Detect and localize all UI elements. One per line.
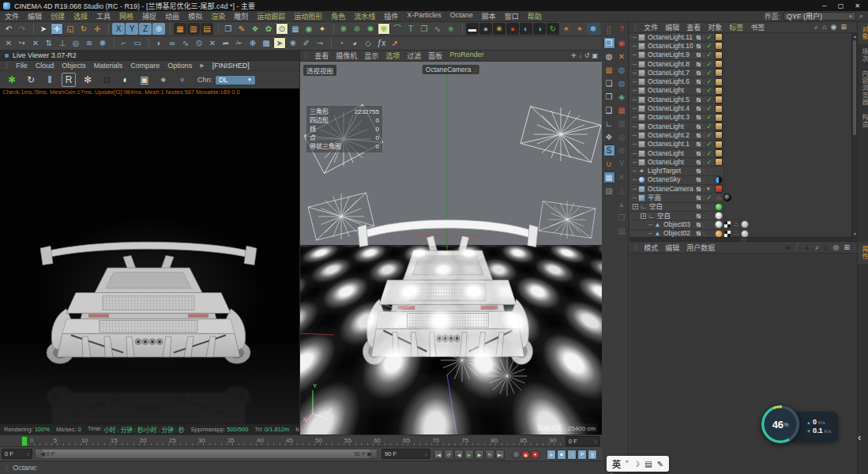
viewport-menu-item-3[interactable]: 选项 bbox=[385, 51, 400, 61]
text-tool-button[interactable]: T bbox=[404, 23, 417, 35]
layer-icon[interactable] bbox=[696, 168, 701, 174]
zoom-view-icon[interactable]: ↓ bbox=[579, 52, 582, 59]
enabled-check-icon[interactable]: ✓ bbox=[706, 86, 712, 95]
ime-moon-icon[interactable]: ☽ bbox=[633, 460, 640, 468]
visibility-toggles[interactable]: :✕ bbox=[696, 185, 710, 194]
grayball-tag-icon[interactable] bbox=[741, 230, 749, 237]
layer-icon[interactable] bbox=[696, 79, 701, 85]
channel-dropdown[interactable]: DL ▼ bbox=[215, 75, 256, 85]
viewport-solo-button[interactable]: ✥ bbox=[603, 131, 615, 143]
menu-item-20[interactable]: 帮助 bbox=[528, 11, 542, 21]
mesh-tool-17[interactable]: ✁ bbox=[233, 37, 246, 49]
object-row-17[interactable]: OctaneCamera:✕ bbox=[629, 185, 724, 194]
minimize-button[interactable]: ─ bbox=[822, 2, 827, 9]
menu-item-3[interactable]: 选择 bbox=[73, 11, 88, 21]
object-manager-menu-item-3[interactable]: 对象 bbox=[708, 22, 722, 32]
disabled-tool-5[interactable]: ✕ bbox=[616, 171, 628, 183]
object-row-13[interactable]: OctaneLight:✓ bbox=[629, 149, 724, 158]
tab-2[interactable]: 内容浏览器 bbox=[858, 66, 868, 110]
mesh-tool-22[interactable]: ⊸ bbox=[314, 37, 326, 49]
mesh-tool-20[interactable]: ❀ bbox=[287, 37, 299, 49]
object-manager-menu-item-4[interactable]: 标签 bbox=[729, 22, 743, 32]
menu-item-13[interactable]: 角色 bbox=[331, 11, 345, 21]
light-tag-icon[interactable] bbox=[715, 158, 723, 166]
end-frame-field[interactable]: 90 F ↕ bbox=[381, 449, 430, 459]
visibility-toggles[interactable]: : bbox=[696, 204, 705, 209]
live-viewer-menu-item-4[interactable]: Compare bbox=[130, 62, 160, 70]
tab-attributes[interactable]: 属性 bbox=[858, 242, 868, 264]
mesh-tool-4[interactable]: ⇅ bbox=[43, 37, 55, 49]
attribute-manager-menu-item-1[interactable]: 编辑 bbox=[665, 243, 679, 253]
layer-icon[interactable] bbox=[696, 52, 701, 58]
om-add-panel-icon[interactable]: ⊞ bbox=[840, 23, 847, 32]
menu-item-7[interactable]: 动画 bbox=[165, 11, 179, 21]
menu-item-16[interactable]: X-Particles bbox=[407, 11, 442, 21]
layer-icon[interactable] bbox=[696, 204, 701, 209]
panel-grip-icon[interactable]: ⣿ bbox=[304, 53, 307, 59]
add-generator-button[interactable]: ❖ bbox=[249, 23, 261, 35]
picture-region-icon[interactable]: ▣ bbox=[137, 73, 152, 87]
interface-dropdown[interactable]: QYF (用户) ▼ bbox=[783, 12, 856, 21]
viewport-menu-item-5[interactable]: 面板 bbox=[428, 51, 442, 61]
live-viewer-menu-item-3[interactable]: Materials bbox=[94, 62, 123, 70]
object-manager-menu-item-2[interactable]: 查看 bbox=[686, 22, 701, 32]
attr-add-panel-icon[interactable]: ⊞ bbox=[844, 243, 850, 252]
menu-item-12[interactable]: 运动图形 bbox=[294, 11, 322, 21]
scrollbar-thumb[interactable] bbox=[853, 40, 856, 135]
mesh-tool-6[interactable]: ◎ bbox=[70, 37, 82, 49]
rotate-view-icon[interactable]: ↺ bbox=[584, 52, 590, 59]
mesh-tool-5[interactable]: ⊥ bbox=[56, 37, 69, 49]
display-refresh-mode[interactable]: ↻ bbox=[547, 23, 559, 35]
netspeed-gauge[interactable]: 46 % bbox=[761, 404, 800, 444]
live-viewer-menu-item-2[interactable]: Objects bbox=[62, 62, 86, 70]
attr-search-icon[interactable]: ⌕ bbox=[815, 243, 819, 252]
object-row-6[interactable]: OctaneLight:✓ bbox=[629, 87, 724, 96]
object-row-16[interactable]: OctaneSky: bbox=[629, 176, 724, 185]
previous-frame-button[interactable]: ◀ bbox=[454, 450, 464, 460]
array-tool-button[interactable]: ▦ bbox=[289, 23, 302, 35]
visibility-dots-icon[interactable]: : bbox=[703, 168, 705, 174]
visibility-dots-icon[interactable]: : bbox=[703, 151, 705, 156]
texture-mode-button[interactable]: ◍ bbox=[603, 51, 615, 62]
display-border-mode[interactable]: ▬ bbox=[466, 23, 479, 35]
panel-grip-icon[interactable]: ⣿ bbox=[5, 62, 8, 69]
mesh-tool-8[interactable]: ❋ bbox=[96, 37, 109, 49]
search-icon[interactable]: ⌕ bbox=[859, 12, 863, 21]
visibility-toggles[interactable]: :✓ bbox=[696, 42, 712, 51]
visibility-dots-icon[interactable]: : bbox=[703, 186, 705, 192]
mesh-tool-25[interactable]: ◇ bbox=[362, 37, 374, 49]
enabled-check-icon[interactable]: ✓ bbox=[706, 140, 712, 149]
redo-button[interactable]: ↷ bbox=[16, 23, 28, 35]
mesh-tool-11[interactable]: ◗ bbox=[152, 37, 165, 49]
visibility-dots-icon[interactable]: : bbox=[703, 195, 705, 201]
attribute-manager-menu-item-0[interactable]: 模式 bbox=[644, 243, 658, 253]
object-row-2[interactable]: OctaneLight.9:✓ bbox=[629, 51, 724, 60]
visibility-dots-icon[interactable]: : bbox=[703, 124, 705, 130]
object-manager-menu-item-5[interactable]: 书签 bbox=[750, 22, 765, 32]
visibility-toggles[interactable]: :✓ bbox=[696, 86, 712, 95]
visibility-toggles[interactable]: : bbox=[696, 168, 705, 174]
attr-up-icon[interactable]: ▲ bbox=[803, 243, 810, 252]
object-row-20[interactable]: +∟空白: bbox=[629, 212, 724, 220]
menu-item-11[interactable]: 运动跟踪 bbox=[257, 11, 285, 21]
light-tag-icon[interactable] bbox=[715, 60, 723, 68]
om-search-icon[interactable]: ⌕ bbox=[814, 23, 818, 32]
field-tool-button[interactable]: ⊙ bbox=[276, 23, 288, 35]
enabled-check-icon[interactable]: ✓ bbox=[706, 96, 712, 104]
expand-icon[interactable]: + bbox=[633, 204, 638, 209]
layer-icon[interactable] bbox=[696, 106, 701, 111]
light-tag-icon[interactable] bbox=[715, 149, 723, 157]
attr-history-icon[interactable]: ◎ bbox=[833, 243, 840, 252]
visibility-toggles[interactable]: :✓ bbox=[696, 96, 712, 104]
add-pen-button[interactable]: ✎ bbox=[235, 23, 248, 35]
key-pla-toggle[interactable]: ⣿ bbox=[588, 450, 597, 460]
edges-mode-button[interactable]: ❐ bbox=[603, 91, 615, 103]
goto-end-button[interactable]: ▶| bbox=[495, 450, 505, 460]
material-preview-icon[interactable]: ◐ bbox=[118, 73, 133, 87]
menu-item-17[interactable]: Octane bbox=[450, 11, 473, 21]
object-row-19[interactable]: +∟空白: bbox=[629, 203, 724, 212]
spline-arc-button[interactable]: ⌒ bbox=[391, 23, 404, 35]
enabled-check-icon[interactable]: ✓ bbox=[706, 194, 712, 202]
rotate-tool[interactable]: ↻ bbox=[77, 23, 90, 35]
mesh-tool-7[interactable]: ≋ bbox=[83, 37, 96, 49]
